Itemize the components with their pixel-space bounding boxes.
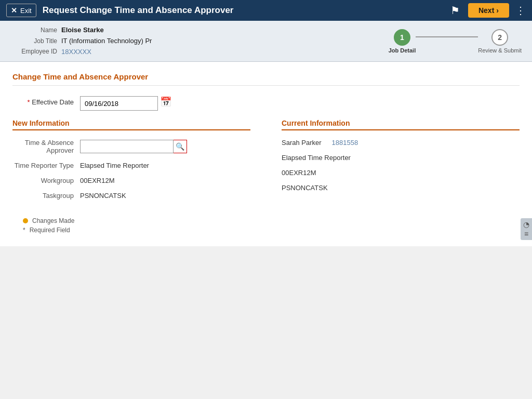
employee-id-value: 18XXXXX [61, 47, 91, 58]
exit-button[interactable]: ✕ Exit [6, 4, 36, 17]
step-connector [416, 36, 478, 37]
more-options-icon[interactable]: ⋮ [515, 4, 526, 17]
current-taskgroup-value: PSNONCATSK [282, 184, 520, 192]
current-approver-row: Sarah Parker 1881558 [282, 139, 520, 147]
time-reporter-label: Time Reporter Type [12, 162, 80, 169]
progress-stepper: 1 Job Detail 2 Review & Submit [389, 29, 522, 54]
name-label: Name [10, 25, 57, 35]
search-icon: 🔍 [176, 142, 184, 151]
new-taskgroup-row: Taskgroup PSNONCATSK [12, 192, 250, 200]
step-2: 2 Review & Submit [478, 29, 522, 54]
approver-label: Time & AbsenceApprover [12, 139, 80, 154]
job-title-row: Job Title IT (Information Technology) Pr [10, 36, 368, 47]
calendar-icon[interactable]: 📅 [160, 96, 171, 108]
workgroup-label: Workgroup [12, 177, 80, 184]
section-title: Change Time and Absence Approver [12, 72, 520, 86]
close-icon: ✕ [11, 6, 17, 15]
current-info-header: Current Information [282, 119, 520, 130]
employee-fields: Name Eloise Starke Job Title IT (Informa… [10, 25, 368, 57]
new-time-reporter-value: Elapsed Time Reporter [80, 162, 149, 169]
new-taskgroup-value: PSNONCATSK [80, 192, 126, 200]
employee-name-value: Eloise Starke [61, 25, 104, 36]
effective-date-label: * Effective Date [12, 96, 80, 106]
approver-input-wrap: 🔍 [80, 140, 187, 153]
next-button[interactable]: Next › [468, 3, 509, 18]
chart-icon[interactable]: ◔ [522, 220, 531, 229]
current-approver-id: 1881558 [332, 139, 358, 147]
step-1-circle: 1 [394, 29, 410, 46]
new-information-column: New Information Time & AbsenceApprover 🔍… [12, 119, 250, 207]
app-header: ✕ Exit Request Change Time and Absence A… [0, 0, 532, 21]
step-2-circle: 2 [491, 29, 508, 46]
employee-name-row: Name Eloise Starke [10, 25, 368, 36]
required-field-note: * Required Field [23, 227, 520, 234]
flag-icon[interactable]: ⚑ [450, 4, 460, 17]
two-column-section: New Information Time & AbsenceApprover 🔍… [12, 119, 520, 207]
step-1: 1 Job Detail [389, 29, 416, 54]
current-workgroup-value: 00EXR12M [282, 169, 520, 177]
current-information-column: Current Information Sarah Parker 1881558… [282, 119, 520, 207]
taskgroup-label: Taskgroup [12, 192, 80, 200]
main-content: Change Time and Absence Approver * Effec… [0, 62, 532, 246]
new-workgroup-row: Workgroup 00EXR12M [12, 177, 250, 184]
required-asterisk: * [28, 98, 30, 106]
employee-id-label: Employee ID [10, 47, 57, 57]
page-title: Request Change Time and Absence Approver [43, 5, 450, 16]
approver-field-row: Time & AbsenceApprover 🔍 [12, 139, 250, 154]
approver-input[interactable] [80, 140, 174, 153]
step-1-label: Job Detail [389, 47, 416, 54]
effective-date-row: * Effective Date 📅 [12, 96, 520, 111]
changes-made-note: Changes Made [23, 217, 520, 224]
employee-id-row: Employee ID 18XXXXX [10, 47, 368, 58]
current-time-reporter-value: Elapsed Time Reporter [282, 154, 520, 162]
footer-notes: Changes Made * Required Field [12, 217, 520, 234]
effective-date-input[interactable] [80, 96, 158, 111]
orange-dot-icon [23, 218, 28, 223]
asterisk-icon: * [23, 227, 25, 234]
side-panel: ◔ ≡ [521, 218, 532, 240]
current-approver-name: Sarah Parker [282, 139, 322, 147]
step-2-label: Review & Submit [478, 47, 522, 54]
employee-info-bar: Name Eloise Starke Job Title IT (Informa… [0, 21, 532, 62]
new-time-reporter-row: Time Reporter Type Elapsed Time Reporter [12, 162, 250, 169]
new-workgroup-value: 00EXR12M [80, 177, 114, 184]
job-title-value: IT (Information Technology) Pr [61, 36, 152, 47]
approver-search-button[interactable]: 🔍 [174, 140, 187, 153]
list-icon[interactable]: ≡ [522, 230, 531, 238]
job-title-label: Job Title [10, 36, 57, 46]
new-info-header: New Information [12, 119, 250, 130]
